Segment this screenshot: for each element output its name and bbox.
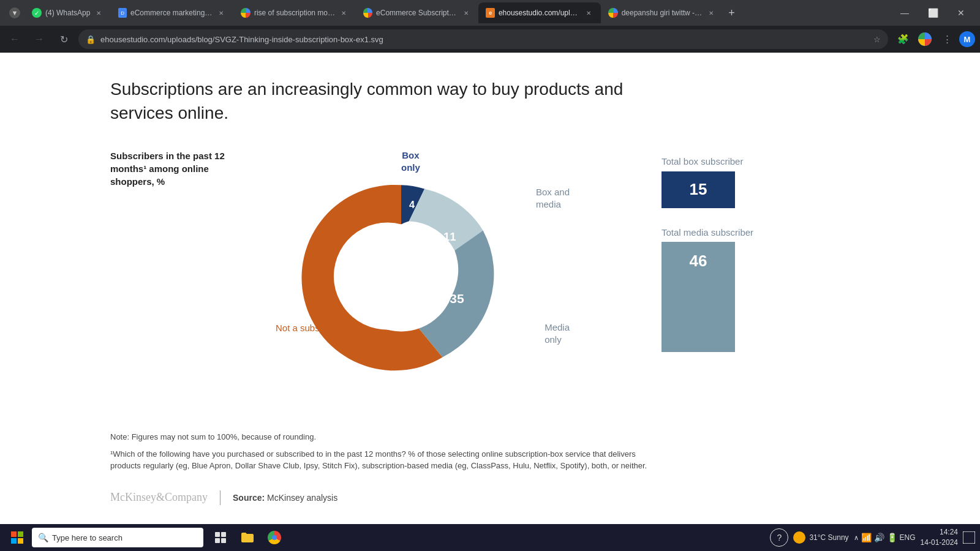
docs-favicon-icon: D	[118, 8, 127, 18]
browser-chrome: ▼ ✓ (4) WhatsApp ✕ D eCommerce marketing…	[0, 0, 980, 53]
footnote-text: ¹Which of the following have you purchas…	[110, 448, 662, 472]
extensions-icon[interactable]: 🧩	[893, 29, 913, 49]
address-text: ehousestudio.com/uploads/blog/SVGZ-Think…	[100, 35, 869, 44]
chart-section: Subscribers in the past 12 months¹ among…	[110, 149, 870, 407]
taskbar-search-text: Type here to search	[52, 533, 123, 542]
tab-ecommerce-subscription[interactable]: eCommerce Subscription b ✕	[356, 2, 478, 23]
svg-rect-0	[11, 531, 17, 537]
page-heading: Subscriptions are an increasingly common…	[110, 77, 662, 125]
tab-rise-subscription-label: rise of subscription model	[254, 9, 335, 17]
segment-value-not-subscriber: 51	[363, 290, 379, 306]
network-icon: 📶	[861, 533, 872, 542]
back-button[interactable]: ←	[5, 29, 24, 49]
taskbar-right: ? 31°C Sunny ∧ 📶 🔊 🔋 ENG 14:24 14-01-202…	[770, 527, 975, 548]
svg-rect-4	[215, 532, 220, 537]
svg-rect-5	[221, 532, 226, 537]
notification-button[interactable]	[963, 531, 975, 544]
tab-whatsapp-label: (4) WhatsApp	[45, 9, 90, 17]
chevron-up-icon[interactable]: ∧	[854, 534, 859, 542]
profile-avatar[interactable]: M	[959, 31, 975, 47]
total-box-subscriber-value: 15	[662, 171, 735, 208]
google-favicon-icon-6	[608, 8, 617, 18]
svg-rect-7	[221, 538, 226, 543]
google-favicon-icon-3	[241, 8, 251, 18]
donut-hole	[348, 225, 455, 332]
tab-ecommerce-subscription-close[interactable]: ✕	[461, 8, 471, 18]
chart-left-label-text: Subscribers in the past 12 months¹ among…	[110, 149, 233, 188]
tab-ecommerce-subscription-label: eCommerce Subscription b	[376, 9, 458, 17]
media-only-title: Mediaonly	[545, 321, 570, 345]
note-text: Note: Figures may not sum to 100%, becau…	[110, 431, 662, 443]
chart-left-label: Subscribers in the past 12 months¹ among…	[110, 149, 233, 188]
profile-icon[interactable]: ▼	[9, 7, 20, 18]
lock-icon: 🔒	[86, 35, 96, 44]
tab-rise-subscription-close[interactable]: ✕	[339, 8, 349, 18]
lang-label: ENG	[900, 533, 916, 542]
tab-ecommerce-marketing-close[interactable]: ✕	[216, 8, 226, 18]
tab-ecommerce-marketing[interactable]: D eCommerce marketing au ✕	[111, 2, 233, 23]
svg-rect-3	[18, 538, 23, 544]
close-button[interactable]: ✕	[947, 0, 975, 26]
svg-rect-2	[11, 538, 17, 544]
file-explorer-button[interactable]	[235, 527, 260, 549]
source-text: Source: McKinsey analysis	[233, 493, 337, 503]
media-only-label: Mediaonly	[545, 321, 570, 345]
bookmark-icon[interactable]: ☆	[873, 35, 881, 44]
taskbar-clock: 14:24 14-01-2024	[921, 527, 958, 548]
tab-whatsapp[interactable]: ✓ (4) WhatsApp ✕	[24, 2, 111, 23]
tab-bar: ▼ ✓ (4) WhatsApp ✕ D eCommerce marketing…	[0, 0, 980, 26]
address-bar[interactable]: 🔒 ehousestudio.com/uploads/blog/SVGZ-Thi…	[78, 29, 888, 49]
total-media-subscriber-value: 46	[662, 242, 735, 352]
tab-deepanshu-label: deepanshu giri twittw - Go	[622, 9, 703, 17]
donut-svg: 4 11 35 51	[294, 162, 508, 394]
maximize-button[interactable]: ⬜	[919, 0, 947, 26]
reload-button[interactable]: ↻	[54, 29, 74, 49]
address-bar-row: ← → ↻ 🔒 ehousestudio.com/uploads/blog/SV…	[0, 26, 980, 53]
window-controls: — ⬜ ✕	[891, 0, 975, 26]
help-icon[interactable]: ?	[770, 528, 788, 547]
svg-rect-8	[963, 531, 975, 544]
segment-value-box-only: 4	[409, 199, 415, 210]
source-value: McKinsey analysis	[267, 493, 337, 503]
task-view-button[interactable]	[208, 527, 233, 549]
svg-rect-1	[18, 531, 23, 537]
total-media-subscriber-block: Total media subscriber 46	[662, 227, 753, 353]
svg-rect-6	[215, 538, 220, 543]
mckinsey-logo: McKinsey&Company	[110, 491, 208, 504]
tab-ecommerce-marketing-label: eCommerce marketing au	[130, 9, 213, 17]
tab-ehousestudio[interactable]: e ehousestudio.com/upload... ✕	[478, 2, 601, 23]
minimize-button[interactable]: —	[891, 0, 919, 26]
weather-text: 31°C Sunny	[809, 533, 848, 542]
taskbar: 🔍 Type here to search ? 31°C Sunny	[0, 524, 980, 551]
clock-date: 14-01-2024	[921, 538, 958, 548]
total-box-subscriber-block: Total box subscriber 15	[662, 156, 753, 208]
weather-info: 31°C Sunny	[793, 531, 848, 544]
google-favicon-icon-4	[363, 8, 372, 18]
source-label: Source:	[233, 493, 265, 503]
tab-whatsapp-close[interactable]: ✕	[94, 8, 104, 18]
new-tab-button[interactable]: +	[723, 7, 740, 20]
segment-value-box-and-media: 11	[443, 231, 456, 244]
battery-icon: 🔋	[887, 533, 897, 542]
more-options-icon[interactable]: ⋮	[937, 29, 957, 49]
box-and-media-label: Box andmedia	[536, 186, 570, 210]
google-account-icon[interactable]	[915, 29, 935, 49]
taskbar-apps	[208, 527, 287, 549]
footer-divider	[220, 490, 221, 505]
total-media-subscriber-label: Total media subscriber	[662, 227, 753, 239]
start-button[interactable]	[5, 527, 29, 549]
tab-ehousestudio-close[interactable]: ✕	[584, 8, 594, 18]
toolbar-icons: 🧩 ⋮ M	[893, 29, 975, 49]
right-stats: Total box subscriber 15 Total media subs…	[662, 156, 753, 352]
forward-button[interactable]: →	[29, 29, 49, 49]
tab-rise-subscription[interactable]: rise of subscription model ✕	[233, 2, 356, 23]
tab-deepanshu[interactable]: deepanshu giri twittw - Go ✕	[601, 2, 723, 23]
taskbar-search[interactable]: 🔍 Type here to search	[32, 528, 203, 547]
tab-deepanshu-close[interactable]: ✕	[706, 8, 716, 18]
page-content: Subscriptions are an increasingly common…	[0, 53, 980, 551]
whatsapp-favicon-icon: ✓	[32, 8, 42, 18]
footer-row: McKinsey&Company Source: McKinsey analys…	[110, 490, 870, 505]
sun-icon	[793, 531, 805, 544]
segment-value-media-only: 35	[450, 291, 464, 305]
chrome-taskbar-button[interactable]	[262, 527, 287, 549]
